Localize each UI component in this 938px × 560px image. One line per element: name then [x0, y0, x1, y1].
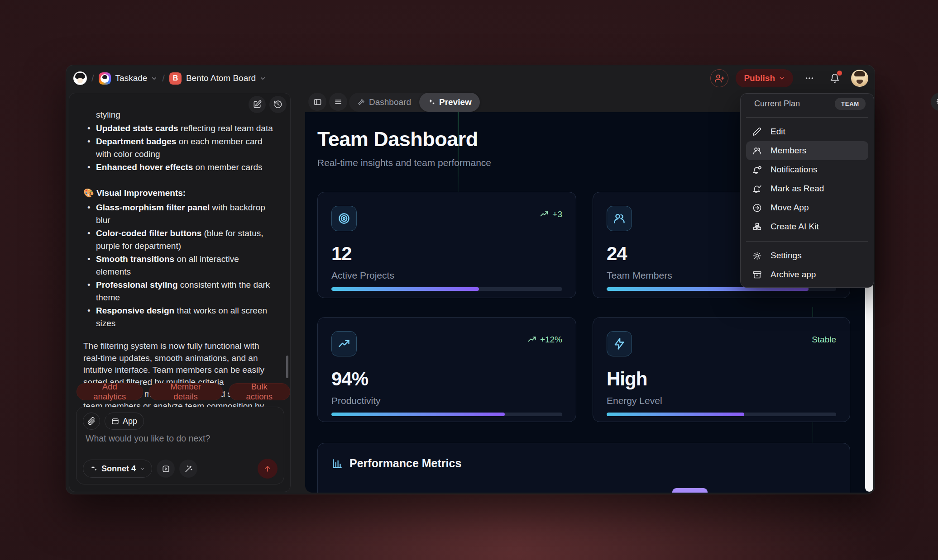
tab-preview[interactable]: Preview — [419, 93, 480, 112]
notifications-button[interactable] — [826, 69, 844, 87]
suggestion-chip[interactable]: Member details — [149, 383, 223, 400]
list-item: Color-coded filter buttons (blue for sta… — [83, 227, 275, 252]
current-plan-label: Current Plan — [754, 99, 800, 109]
chevron-down-icon — [139, 466, 145, 472]
stat-card-active-projects: +3 12 Active Projects — [317, 192, 576, 298]
chevron-down-icon[interactable] — [151, 75, 158, 82]
user-avatar[interactable] — [851, 70, 868, 87]
stat-label: Active Projects — [331, 270, 394, 281]
performance-metrics-header: Performance Metrics — [331, 457, 461, 470]
menu-item-members[interactable]: Members — [746, 141, 868, 160]
composer-attachments: App — [83, 413, 144, 430]
notification-dot — [837, 71, 842, 76]
list-item: Updated stats cards reflecting real team… — [83, 122, 275, 135]
console-play-icon — [162, 465, 170, 473]
ai-chat-panel: styling Updated stats cards reflecting r… — [69, 93, 291, 492]
stat-card-productivity: +12% 94% Productivity — [317, 317, 576, 422]
more-options-button[interactable] — [800, 69, 818, 87]
stat-value: High — [607, 368, 647, 390]
menu-item-settings[interactable]: Settings — [746, 246, 868, 265]
publish-button[interactable]: Publish — [736, 69, 793, 87]
stat-value: 24 — [607, 243, 627, 265]
send-button[interactable] — [258, 459, 278, 479]
tab-dashboard[interactable]: Dashboard — [349, 93, 419, 112]
outline-menu-button[interactable] — [329, 93, 347, 111]
menu-divider — [746, 117, 868, 118]
list-item: Glass-morphism filter panel with backdro… — [83, 201, 275, 226]
stat-value: 94% — [331, 368, 368, 390]
trend-indicator: +3 — [540, 209, 562, 219]
app-window: / Taskade / B Bento Atom Board Publish — [66, 65, 875, 494]
menu-item-mark-as-read[interactable]: Mark as Read — [746, 179, 868, 198]
status-badge: Stable — [812, 335, 836, 345]
menu-item-archive-app[interactable]: Archive app — [746, 265, 868, 284]
board-badge[interactable]: B — [169, 72, 182, 85]
debug-button[interactable] — [931, 93, 938, 111]
suggestion-chip[interactable]: Add analytics — [77, 383, 143, 400]
gear-icon — [751, 250, 762, 261]
menu-item-move-app[interactable]: Move App — [746, 198, 868, 217]
stat-label: Energy Level — [607, 395, 662, 406]
workspace-name[interactable]: Taskade — [115, 73, 148, 83]
menu-item-create-ai-kit[interactable]: Create AI Kit — [746, 217, 868, 236]
section-heading: 🎨 Visual Improvements: — [83, 187, 275, 199]
message-composer: App Sonnet 4 — [76, 407, 284, 484]
dashboard-subtitle: Real-time insights and team performance — [317, 157, 491, 168]
progress-bar — [607, 413, 836, 416]
performance-metrics-card: Performance Metrics — [317, 443, 850, 493]
wand-icon — [184, 465, 193, 473]
history-icon — [273, 100, 282, 109]
sparkles-icon — [90, 465, 98, 473]
app-context-chip[interactable]: App — [105, 413, 144, 430]
dashboard-title: Team Dashboard — [317, 128, 478, 151]
breadcrumb-separator: / — [91, 73, 94, 84]
menu-divider — [746, 241, 868, 242]
chat-scrollbar[interactable] — [286, 356, 288, 378]
bar-chart-icon — [331, 458, 343, 470]
paperclip-icon — [87, 417, 96, 425]
list-item: Enhanced hover effects on member cards — [83, 161, 275, 174]
panel-left-icon — [313, 98, 322, 106]
pencil-icon — [751, 126, 762, 137]
user-workspace-avatar[interactable] — [73, 71, 87, 85]
desktop: / Taskade / B Bento Atom Board Publish — [0, 0, 938, 560]
progress-bar — [607, 287, 836, 291]
assistant-message: styling Updated stats cards reflecting r… — [83, 109, 275, 424]
menu-item-edit[interactable]: Edit — [746, 122, 868, 141]
list-item: Smooth transitions on all interactive el… — [83, 253, 275, 278]
message-line: styling — [96, 109, 275, 121]
top-bar: / Taskade / B Bento Atom Board Publish — [66, 65, 875, 91]
chevron-down-icon — [779, 75, 785, 81]
taskade-logo[interactable] — [99, 72, 111, 85]
view-tabs: Dashboard Preview — [349, 93, 462, 112]
suggestion-chip[interactable]: Bulk actions — [229, 383, 290, 400]
model-selector[interactable]: Sonnet 4 — [83, 460, 152, 478]
hamburger-icon — [334, 98, 342, 106]
plan-badge: TEAM — [835, 98, 866, 110]
menu-item-notifications[interactable]: Notifications — [746, 160, 868, 179]
hammer-icon — [357, 98, 365, 106]
palette-emoji-icon: 🎨 — [83, 188, 94, 198]
zap-icon — [607, 331, 632, 356]
console-button[interactable] — [157, 460, 175, 478]
board-name[interactable]: Bento Atom Board — [186, 73, 256, 83]
target-icon — [331, 206, 357, 231]
stat-label: Team Members — [607, 270, 672, 281]
toggle-sidebar-button[interactable] — [308, 93, 326, 111]
trend-up-icon — [527, 335, 536, 344]
section-title: Performance Metrics — [349, 457, 461, 470]
magic-wand-button[interactable] — [179, 460, 197, 478]
sparkles-icon — [427, 98, 436, 106]
invite-member-button[interactable] — [710, 69, 728, 87]
users-icon — [607, 206, 632, 231]
arrow-right-circle-icon — [751, 202, 762, 213]
attach-file-button[interactable] — [83, 413, 100, 430]
chevron-down-icon[interactable] — [259, 75, 266, 82]
trend-up-icon — [540, 210, 549, 219]
composer-input[interactable] — [86, 433, 271, 456]
bell-gear-icon — [751, 164, 762, 175]
chart-bar — [672, 488, 708, 493]
stat-label: Productivity — [331, 395, 381, 406]
user-plus-icon — [715, 74, 724, 83]
app-options-menu: Current Plan TEAM Edit Members — [740, 93, 874, 288]
